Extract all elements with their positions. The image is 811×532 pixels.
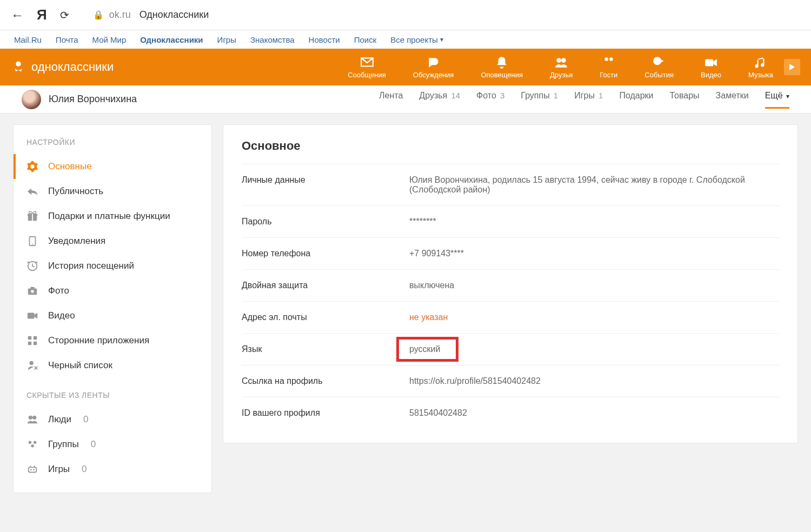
sidebar-item[interactable]: Уведомления [14,229,211,254]
profile-tab[interactable]: Товары [670,91,700,108]
profile-tab[interactable]: Игры 1 [574,91,603,108]
main-heading: Основное [242,139,779,153]
mailru-link[interactable]: Почта [56,35,78,44]
header-nav-label: События [644,71,674,79]
mailru-link[interactable]: Поиск [354,35,377,44]
svg-point-11 [32,244,33,245]
settings-row[interactable]: ID вашего профиля581540402482 [242,397,779,429]
row-label: Личные данные [242,175,409,195]
page-title: Одноклассники [139,9,209,21]
sidebar-item[interactable]: Публичность [14,179,211,204]
svg-point-22 [29,416,32,420]
sidebar-item[interactable]: Подарки и платные функции [14,204,211,229]
yandex-logo[interactable]: Я [37,6,47,23]
settings-row[interactable]: Адрес эл. почтыне указан [242,301,779,333]
svg-point-15 [31,290,34,293]
profile-tab[interactable]: Лента [379,91,403,108]
header-nav-item[interactable]: События [644,56,674,79]
svg-rect-20 [34,342,37,345]
sidebar-item-label: Люди [48,414,71,425]
settings-row[interactable]: Личные данныеЮлия Ворончихина, родилась … [242,164,779,205]
profile-name[interactable]: Юлия Ворончихина [49,94,137,105]
sidebar-item[interactable]: Фото [14,278,211,303]
svg-point-25 [34,441,37,444]
mailru-link[interactable]: Все проекты [390,35,443,44]
settings-row[interactable]: Ссылка на профильhttps://ok.ru/profile/5… [242,365,779,397]
row-label: Ссылка на профиль [242,376,409,386]
settings-row[interactable]: Двойная защитавыключена [242,269,779,301]
header-nav-label: Обсуждения [413,71,454,79]
sidebar-item-icon [26,414,38,425]
row-value: 581540402482 [409,408,779,418]
sidebar-item[interactable]: Видео [14,303,211,328]
header-nav-item[interactable]: Обсуждения [413,56,454,79]
header-nav-item[interactable]: Сообщения [348,56,386,79]
header-nav-item[interactable]: Видео [701,56,721,79]
svg-point-2 [561,58,566,63]
sidebar-item[interactable]: Основные [14,154,211,179]
svg-point-1 [556,58,561,63]
header-nav-item[interactable]: Оповещения [481,56,523,79]
mailru-link[interactable]: Одноклассники [140,35,203,44]
header-nav-label: Гости [600,71,617,79]
header-nav-item[interactable]: Музыка [748,56,773,79]
sidebar-item-icon [26,360,38,371]
profile-tab[interactable]: Подарки [619,91,653,108]
svg-rect-27 [29,467,37,472]
mailru-link[interactable]: Игры [217,35,236,44]
profile-tab[interactable]: Группы 1 [521,91,558,108]
sidebar-item[interactable]: История посещений [14,254,211,278]
settings-row[interactable]: Пароль******** [242,205,779,237]
back-button[interactable]: ← [11,8,24,23]
sidebar-item[interactable]: Сторонние приложения [14,328,211,353]
sidebar-item-label: Публичность [48,186,103,197]
sidebar-item-count: 0 [91,439,96,450]
sidebar-item-icon [26,210,38,222]
sidebar-section-hidden: СКРЫТЫЕ ИЗ ЛЕНТЫ [14,378,211,407]
sidebar-item-label: Основные [48,161,92,172]
mailru-link[interactable]: Мой Мир [92,35,127,44]
profile-tab[interactable]: Друзья 14 [419,91,460,108]
header-nav-item[interactable]: Друзья [550,56,573,79]
header-nav-item[interactable]: Гости [600,56,617,79]
row-value: выключена [409,281,779,290]
address-bar[interactable]: 🔒 ok.ru Одноклассники [93,9,209,21]
music-play-button[interactable] [784,59,800,75]
sidebar-item-count: 0 [82,464,87,475]
mailru-link[interactable]: Новости [309,35,340,44]
row-label: Адрес эл. почты [242,312,409,322]
avatar[interactable] [22,90,41,109]
sidebar-item[interactable]: Черный список [14,353,211,378]
row-value: Юлия Ворончихина, родилась 15 августа 19… [409,175,779,195]
profile-tab[interactable]: Заметки [716,91,749,108]
sidebar-hidden-item[interactable]: Группы0 [14,432,211,457]
row-value: русский [409,344,779,354]
mailru-link[interactable]: Знакомства [250,35,295,44]
settings-sidebar: НАСТРОЙКИ ОсновныеПубличностьПодарки и п… [13,124,212,493]
ok-logo[interactable]: одноклассники [11,59,114,75]
settings-row[interactable]: Номер телефона+7 909143**** [242,237,779,269]
highlighted-value: русский [409,344,440,354]
svg-rect-18 [34,336,37,340]
svg-point-29 [33,469,35,471]
sidebar-item-label: Уведомления [48,236,105,247]
main-panel: Основное Личные данныеЮлия Ворончихина, … [223,124,798,443]
sidebar-item-icon [26,161,38,172]
settings-row[interactable]: Языкрусский [242,333,779,365]
header-nav-label: Видео [701,71,721,79]
chevron-down-icon: ▾ [786,92,789,100]
sidebar-item-icon [26,310,38,322]
profile-tab[interactable]: Фото 3 [476,91,504,108]
sidebar-item-icon [26,463,38,475]
sidebar-item-icon [26,235,38,247]
sidebar-hidden-item[interactable]: Игры0 [14,457,211,482]
sidebar-item-icon [26,185,38,197]
reload-button[interactable]: ⟳ [60,9,69,22]
profile-tab[interactable]: Ещё ▾ [765,91,789,108]
mailru-link[interactable]: Mail.Ru [14,35,42,44]
svg-point-21 [30,361,34,365]
row-label: Пароль [242,217,409,227]
sidebar-hidden-item[interactable]: Люди0 [14,407,211,432]
svg-rect-6 [705,59,713,66]
header-nav-label: Друзья [550,71,573,79]
